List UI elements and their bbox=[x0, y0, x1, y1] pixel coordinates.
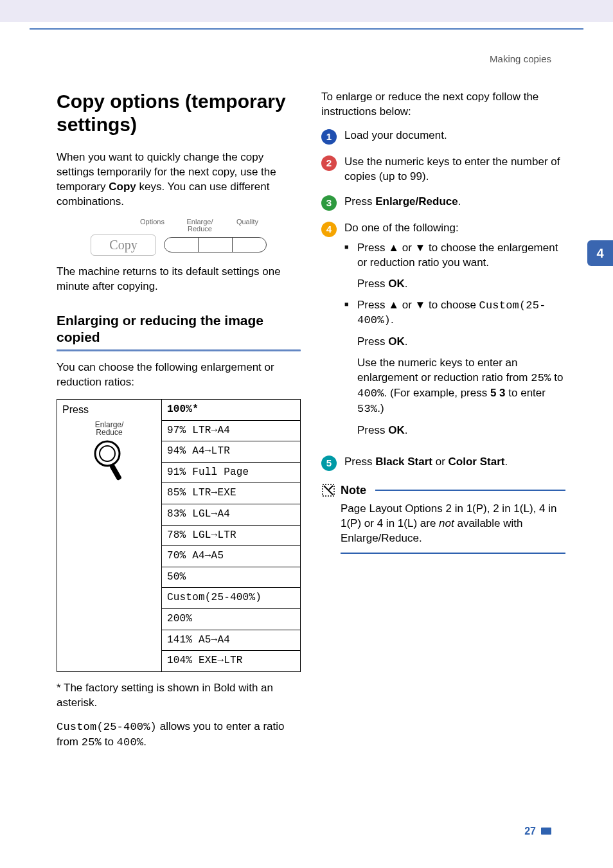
step-item: 1 Load your document. bbox=[321, 128, 565, 145]
page-number-value: 27 bbox=[524, 826, 536, 837]
breadcrumb: Making copies bbox=[490, 53, 551, 66]
t: . bbox=[391, 314, 394, 326]
table-row: Press Enlarge/ Reduce 100%* bbox=[57, 400, 301, 421]
step3-bold: Enlarge/Reduce bbox=[375, 195, 458, 208]
custom-text-3: . bbox=[143, 736, 147, 748]
svg-point-1 bbox=[100, 446, 115, 461]
opt1-line1: Press ▲ or ▼ to choose the enlargement o… bbox=[357, 241, 565, 270]
copy-keys-figure: Options Enlarge/ Reduce Quality Copy bbox=[57, 218, 301, 256]
t: . bbox=[405, 424, 408, 436]
step-badge-2: 2 bbox=[321, 155, 337, 171]
press-illustration: Enlarge/ Reduce bbox=[62, 421, 156, 483]
ratio-cell: 200% bbox=[161, 609, 300, 630]
after-figure-paragraph: The machine returns to its default setti… bbox=[57, 265, 301, 294]
t: .) bbox=[377, 402, 384, 414]
copy-key-buttons bbox=[164, 237, 267, 252]
ratio-cell: 83% LGL→A4 bbox=[161, 504, 300, 526]
section-heading-rule bbox=[57, 350, 301, 351]
chapter-tab: 4 bbox=[587, 240, 613, 266]
opt1-line2: Press OK. bbox=[357, 277, 565, 292]
step3-text: Press bbox=[344, 195, 375, 208]
step-body: Load your document. bbox=[344, 128, 565, 145]
step4-option: Press ▲ or ▼ to choose Custom(25-400%). … bbox=[344, 298, 565, 439]
svg-rect-2 bbox=[109, 464, 122, 481]
step4-options: Press ▲ or ▼ to choose the enlargement o… bbox=[344, 241, 565, 438]
t: 25% bbox=[531, 372, 551, 384]
label-quality: Quality bbox=[233, 218, 262, 233]
ratio-cell: 141% A5→A4 bbox=[161, 630, 300, 651]
ratios-intro: You can choose the following enlargement… bbox=[57, 360, 301, 390]
step-item: 4 Do one of the following: Press ▲ or ▼ … bbox=[321, 221, 565, 445]
magnifier-icon bbox=[92, 438, 127, 483]
factory-footnote: * The factory setting is shown in Bold w… bbox=[57, 681, 301, 711]
t: Press bbox=[357, 278, 388, 290]
t: to bbox=[551, 371, 563, 384]
t: 53% bbox=[357, 403, 377, 415]
page-corner-mark bbox=[541, 828, 551, 835]
custom-code-2: 25% bbox=[82, 736, 102, 748]
ratio-cell: 104% EXE→LTR bbox=[161, 651, 300, 672]
step-body: Use the numeric keys to enter the number… bbox=[344, 155, 565, 184]
t: 5 3 bbox=[490, 387, 506, 399]
note-label: Note bbox=[341, 483, 366, 498]
steps-lead: To enlarge or reduce the next copy follo… bbox=[321, 90, 565, 120]
note-rule-bottom bbox=[341, 553, 565, 554]
note-body: Page Layout Options 2 in 1(P), 2 in 1(L)… bbox=[341, 502, 565, 554]
t: . bbox=[405, 335, 408, 348]
step-body: Press Black Start or Color Start. bbox=[344, 455, 565, 471]
note-icon bbox=[321, 483, 335, 497]
custom-code-3: 400% bbox=[117, 736, 144, 748]
step-badge-5: 5 bbox=[321, 456, 337, 471]
step-badge-4: 4 bbox=[321, 222, 337, 237]
step-body: Press Enlarge/Reduce. bbox=[344, 195, 565, 211]
ratio-cell: 94% A4→LTR bbox=[161, 441, 300, 463]
label-options: Options bbox=[138, 218, 166, 233]
t: Press bbox=[344, 456, 375, 468]
copy-key-frame: Copy bbox=[91, 235, 155, 256]
ratio-cell: 70% A4→A5 bbox=[161, 546, 300, 567]
top-rule bbox=[30, 28, 583, 30]
t: to enter bbox=[506, 387, 546, 399]
page: Making copies 4 Copy options (temporary … bbox=[0, 0, 613, 868]
ratio-cell: 78% LGL→LTR bbox=[161, 525, 300, 546]
opt2-line3: Use the numeric keys to enter an enlarge… bbox=[357, 356, 565, 417]
press-cell: Press Enlarge/ Reduce bbox=[57, 400, 162, 672]
ratio-cell: 91% Full Page bbox=[161, 462, 300, 483]
step-body: Do one of the following: Press ▲ or ▼ to… bbox=[344, 221, 565, 445]
t: . (For example, press bbox=[384, 387, 490, 399]
t: OK bbox=[388, 335, 405, 348]
t: . bbox=[405, 278, 408, 290]
opt2-line4: Press OK. bbox=[357, 423, 565, 438]
t: Color Start bbox=[449, 456, 505, 468]
t: Press bbox=[357, 335, 388, 348]
t: 400% bbox=[357, 387, 384, 400]
step-badge-3: 3 bbox=[321, 195, 337, 211]
section-heading-enlarge: Enlarging or reducing the image copied bbox=[57, 312, 301, 346]
table-header-value: 100%* bbox=[167, 403, 199, 415]
ratio-cell: Custom(25-400%) bbox=[161, 588, 300, 609]
custom-range-note: Custom(25-400%) allows you to enter a ra… bbox=[57, 720, 301, 750]
ratio-cell: 85% LTR→EXE bbox=[161, 483, 300, 504]
step4-lead: Do one of the following: bbox=[344, 222, 459, 234]
step4-option: Press ▲ or ▼ to choose the enlargement o… bbox=[344, 241, 565, 292]
step3-text-2: . bbox=[458, 195, 461, 208]
right-column: To enlarge or reduce the next copy follo… bbox=[321, 90, 565, 554]
press-label: Press bbox=[62, 403, 156, 417]
t: OK bbox=[388, 424, 405, 436]
table-header-cell: 100%* bbox=[161, 400, 300, 421]
intro-paragraph: When you want to quickly change the copy… bbox=[57, 150, 301, 209]
note-rule bbox=[375, 490, 565, 491]
steps-list: 1 Load your document. 2 Use the numeric … bbox=[321, 128, 565, 471]
press-ill-label: Enlarge/ Reduce bbox=[62, 421, 156, 437]
step-badge-1: 1 bbox=[321, 129, 337, 145]
label-enlarge-reduce: Enlarge/ Reduce bbox=[186, 218, 214, 233]
t: Press ▲ or ▼ to choose bbox=[357, 299, 479, 311]
t: or bbox=[432, 456, 449, 468]
custom-code-1: Custom(25-400%) bbox=[57, 721, 157, 733]
ratio-cell: 50% bbox=[161, 567, 300, 588]
t: Use the numeric keys to enter an enlarge… bbox=[357, 357, 531, 384]
intro-copy-bold: Copy bbox=[109, 181, 136, 193]
svg-point-0 bbox=[95, 441, 120, 466]
t: . bbox=[504, 456, 508, 468]
step-item: 2 Use the numeric keys to enter the numb… bbox=[321, 155, 565, 184]
